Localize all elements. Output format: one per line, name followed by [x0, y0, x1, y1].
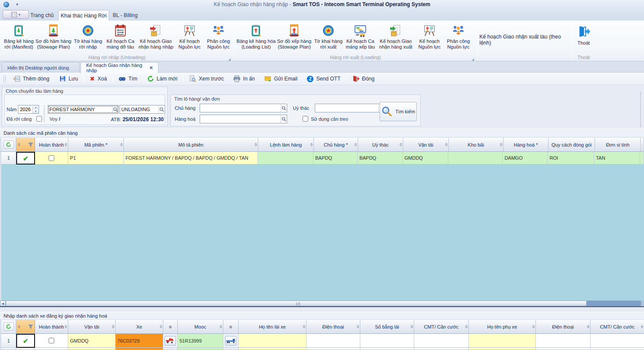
- ribbon-button-thoat[interactable]: Thoát: [573, 24, 595, 52]
- grid1-col-chu-hang[interactable]: Chủ hàng *◊: [314, 138, 358, 152]
- completed-checkbox[interactable]: [49, 155, 54, 161]
- cell-lai-xe[interactable]: [239, 334, 306, 348]
- toolbar-button-tim[interactable]: Tìm: [114, 74, 142, 84]
- spin-down-icon[interactable]: ▼: [33, 109, 39, 113]
- search-icon[interactable]: [281, 115, 287, 123]
- filter-funnel-icon[interactable]: [28, 143, 33, 147]
- grid1-empty-area[interactable]: [0, 164, 644, 301]
- trustee-input[interactable]: [315, 105, 378, 112]
- ribbon-button-ke-hoach-giao-nhan-xuat[interactable]: Kế hoạch Giao nhận hàng xuất: [377, 22, 415, 53]
- vessel-name-lookup[interactable]: [48, 105, 119, 114]
- scrollbar-track[interactable]: [587, 301, 641, 306]
- toolbar-button-send-ott[interactable]: Z Send OTT: [302, 74, 345, 84]
- cell-so-bang-lai[interactable]: [360, 334, 414, 348]
- toolbar-button-in-an[interactable]: In ấn: [229, 74, 260, 84]
- group-dialog-launcher-icon[interactable]: [228, 58, 231, 61]
- cell-xe[interactable]: 76C03729: [116, 334, 163, 348]
- cell-hoan-thanh[interactable]: [35, 334, 68, 348]
- cell-mooc-button[interactable]: [223, 334, 239, 348]
- grid2-col-cmt-phuxe[interactable]: CMT/ Căn cước◊: [591, 320, 644, 334]
- grid2-col-so-bang-lai[interactable]: Số bằng lái◊: [360, 320, 414, 334]
- grid2-indicator-cell[interactable]: ✔: [16, 334, 35, 348]
- cell-ma-phien[interactable]: P1: [68, 152, 124, 164]
- cell-hang-hoa[interactable]: DAMGO: [503, 152, 548, 164]
- right-splitter-grip[interactable]: [640, 92, 642, 127]
- row-number-cell[interactable]: 1: [0, 152, 16, 164]
- operation-type-lookup[interactable]: [120, 105, 165, 114]
- scroll-left-button[interactable]: ◀: [0, 301, 6, 306]
- scrollbar-thumb[interactable]: [6, 301, 587, 306]
- grid2-col-cmt-laixe[interactable]: CMT/ Căn cước◊: [414, 320, 469, 334]
- ribbon-tab-trang-chu[interactable]: Trang chủ: [27, 10, 57, 21]
- ribbon-button-ke-hoach-nguon-luc-xuat[interactable]: Kế hoạch Nguồn lực: [415, 22, 444, 53]
- cell-mo-ta-phien[interactable]: FOREST HARMONY / BAPDQ / BAPDQ / GMDDQ /…: [124, 152, 258, 164]
- group-dialog-launcher-icon[interactable]: [472, 58, 474, 61]
- application-menu-button[interactable]: ▾: [3, 10, 29, 19]
- owner-lookup[interactable]: [200, 104, 287, 112]
- year-input[interactable]: [18, 105, 32, 113]
- grid2-col-lai-xe[interactable]: Họ tên lái xe◊: [239, 320, 306, 334]
- grid1-col-ma-phien[interactable]: Mã phiên *◊: [68, 138, 124, 152]
- cell-chu-hang[interactable]: BAPDQ: [313, 152, 358, 164]
- cell-hoan-thanh[interactable]: [35, 152, 68, 164]
- trailer-lookup-button[interactable]: [225, 336, 236, 346]
- truck-lookup-button[interactable]: [165, 336, 176, 346]
- cell-quy-cach[interactable]: ROI: [548, 152, 594, 164]
- grid1-col-hoan-thanh[interactable]: Hoàn thành◊: [35, 138, 68, 152]
- toolbar-button-luu[interactable]: Lưu: [54, 74, 83, 84]
- search-icon[interactable]: [112, 105, 118, 113]
- grid1-horizontal-scrollbar[interactable]: ◀: [0, 301, 644, 306]
- toolbar-button-lam-moi[interactable]: Làm mới: [142, 74, 182, 84]
- grid2-col-van-tai[interactable]: Vận tải◊: [68, 320, 116, 334]
- grid1-col-van-tai[interactable]: Vận tải◊: [403, 138, 449, 152]
- grid1-col-don-vi-tinh[interactable]: Đơn vị tính: [595, 138, 641, 152]
- grid-refresh-button[interactable]: [4, 140, 14, 149]
- ribbon-button-so-do-ham-hang[interactable]: Sơ đồ hầm hàng (Stowage Plan): [35, 22, 72, 53]
- ribbon-button-ke-hoach-giao-nhan-nhap[interactable]: Kế hoạch Giao nhận hàng nhập: [137, 22, 175, 53]
- row-number-cell[interactable]: 1: [0, 334, 16, 348]
- grid1-col-kho-bai[interactable]: Kho bãi◊: [449, 138, 503, 152]
- toolbar-button-them-dong[interactable]: Thêm dòng: [8, 74, 54, 84]
- ribbon-button-bang-ke-hang-roi[interactable]: Bảng kê hàng rời (Manifest): [3, 22, 35, 53]
- completed-checkbox[interactable]: [49, 338, 54, 343]
- cell-mooc[interactable]: 51R13999: [178, 334, 223, 348]
- grid-refresh-button[interactable]: [4, 322, 14, 331]
- grid2-col-xe[interactable]: Xe◊: [116, 320, 163, 334]
- cell-lenh-lam-hang[interactable]: [258, 152, 313, 164]
- ribbon-button-bang-ke-hang-hoa[interactable]: Bảng kê hàng hóa (Loading List): [236, 22, 276, 53]
- search-button[interactable]: Tìm kiếm: [380, 102, 417, 121]
- filter-funnel-icon[interactable]: [28, 325, 33, 329]
- cell-don-vi-tinh[interactable]: TAN: [594, 152, 640, 164]
- ribbon-button-ke-hoach-nguon-luc-nhap[interactable]: Kế hoạch Nguồn lực: [175, 22, 204, 53]
- trustee-lookup[interactable]: [315, 104, 385, 112]
- ribbon-button-ke-hoach-ca-mang-do-tau[interactable]: Kế hoạch Ca máng dỡ tàu: [104, 22, 137, 53]
- ribbon-tab-khai-thac-hang-roi[interactable]: Khai thác Hàng Rời: [58, 10, 109, 21]
- cell-dien-thoai-phuxe[interactable]: [536, 334, 591, 348]
- cell-cmt-laixe[interactable]: [414, 334, 469, 348]
- grid2-col-hoan-thanh[interactable]: Hoàn thành◊: [35, 320, 68, 334]
- cell-van-tai[interactable]: GMDDQ: [68, 334, 116, 348]
- grid1-indicator-header[interactable]: ◊: [16, 138, 35, 152]
- cell-cmt-phuxe[interactable]: [591, 334, 644, 348]
- search-icon[interactable]: [281, 104, 287, 112]
- grid1-col-uy-thac[interactable]: Uỷ thác◊: [358, 138, 403, 152]
- ribbon-button-ke-hoach-giao-nhan-xuat-tau-theo-lenh[interactable]: Kế hoạch Giao nhận xuất tàu (theo lệnh): [479, 34, 571, 46]
- ribbon-button-to-khai-xuat[interactable]: Tờ khai hàng rời xuất: [313, 22, 344, 53]
- year-spinner[interactable]: ▲ ▼: [18, 105, 39, 114]
- search-icon[interactable]: [158, 105, 165, 113]
- owner-input[interactable]: [200, 105, 281, 112]
- vessel-name-input[interactable]: [48, 106, 112, 113]
- grid1-indicator-cell[interactable]: ✔: [16, 152, 35, 164]
- toolbar-grip[interactable]: [4, 75, 6, 82]
- toolbar-button-xem-truoc[interactable]: Xem trước: [184, 74, 229, 84]
- ribbon-button-so-do-xep-hang[interactable]: Sơ đồ xếp hàng (Stowage Plan): [276, 22, 313, 53]
- toolbar-button-dong[interactable]: Đóng: [348, 74, 380, 84]
- departed-checkbox[interactable]: [36, 116, 42, 122]
- doc-tab-ke-hoach-giao-nhan[interactable]: Kế hoạch Giao nhận hàng nhập ×: [81, 62, 158, 73]
- grid1-col-hang-hoa[interactable]: Hàng hoá *: [503, 138, 549, 152]
- grid1-col-mo-ta-phien[interactable]: Mô tả phiên◊: [124, 138, 258, 152]
- toolbar-button-xoa[interactable]: ✖ Xoá: [85, 74, 112, 84]
- grid1-col-lenh-lam-hang[interactable]: Lệnh làm hàng◊: [258, 138, 314, 152]
- grid2-col-mooc[interactable]: Mooc◊: [178, 320, 223, 334]
- ribbon-button-phan-cong-nguon-luc-nhap[interactable]: Phân công Nguồn lực: [204, 22, 233, 53]
